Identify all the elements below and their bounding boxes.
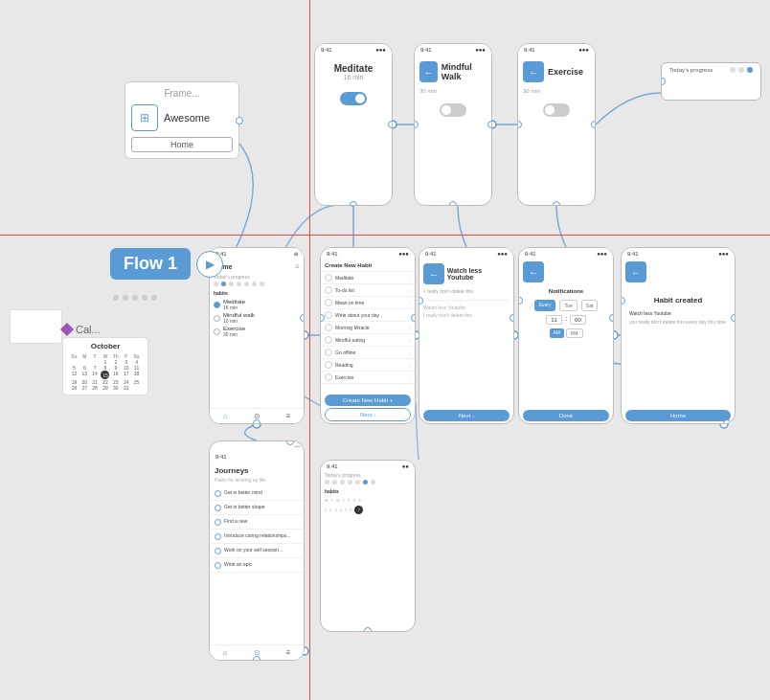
calendar-widget: Cal... October SuMT WThFSa 1234 56789101…	[62, 324, 148, 395]
meditate-time: 16 min	[315, 74, 392, 80]
habits-section-label: habits	[210, 288, 304, 298]
status-bar-journeys: 9:41	[210, 451, 304, 463]
watch-yt-back-button[interactable]: ←	[423, 263, 444, 284]
crosshair-vertical	[309, 0, 310, 700]
flow-dot-3	[132, 295, 138, 301]
nav-settings-icon-j[interactable]: ≡	[286, 648, 291, 657]
iphone-exercise: iPhone 1... 9:41●●● ← Exercise 30 min	[517, 43, 596, 206]
journey-item-3[interactable]: Find a new	[210, 515, 304, 530]
home-button-habit-created[interactable]: Home	[625, 410, 731, 421]
am-button[interactable]: AM	[550, 328, 565, 338]
journey-item-2[interactable]: Get in better shape	[210, 501, 304, 515]
list-item-eating[interactable]: Mindful eating ›	[321, 334, 415, 347]
journeys-subtitle: Paths for leveling up life	[210, 477, 304, 486]
status-bar-watch-yt: 9:41●●●	[419, 248, 513, 260]
settings-tue-btn[interactable]: Tue	[559, 300, 577, 311]
habit-circle-walk	[214, 315, 220, 322]
prog-dot-3	[229, 282, 234, 286]
habits-list-right-dot	[411, 314, 416, 322]
meditate-toggle[interactable]	[340, 92, 367, 105]
crosshair-horizontal	[0, 235, 770, 236]
walk-title: Mindful Walk	[442, 62, 487, 81]
nav-home-icon-j[interactable]: ⌂	[223, 648, 228, 657]
status-bar-walk: 9:41●●●	[415, 44, 491, 56]
calendar-month: October	[69, 342, 142, 350]
iphone-journeys: iPhone 1... ••• 9:41 Journeys Paths for …	[209, 440, 305, 661]
nav-settings-icon[interactable]: ≡	[286, 412, 291, 420]
iphone-walk: iPhone 1... 9:41●●● ← Mindful Walk 30 mi…	[414, 43, 492, 206]
empty-card	[10, 309, 62, 344]
iphone-watch-yt: iPhone 1... 9:41●●● ← Watch less Youtube…	[419, 247, 514, 424]
settings-sat-btn[interactable]: Sat	[581, 300, 599, 311]
calendar-label: Cal...	[76, 324, 101, 335]
journey-item-4[interactable]: Introduce caring relationships...	[210, 530, 304, 544]
exercise-right-dot	[591, 121, 596, 128]
settings-back-button[interactable]: ←	[523, 261, 544, 282]
list-item-reading[interactable]: Reading ›	[321, 359, 415, 372]
iphone-habit-created: iPhone 1... 9:41●●● ← Habit created Watc…	[621, 247, 736, 424]
iphone-meditate: iPhone 1... 9:41●●● Meditate 16 min	[314, 43, 393, 206]
iphone-settings: iPhone 1... 9:41●●● ← Notifications Ever…	[518, 247, 614, 424]
time-hours[interactable]: 11	[546, 315, 562, 325]
exercise-back-button[interactable]: ←	[523, 61, 544, 82]
list-item-exercise[interactable]: Exercise ›	[321, 372, 415, 384]
walk-back-button[interactable]: ←	[419, 61, 438, 82]
prog-dot-1	[214, 282, 218, 286]
habit-created-detail: you really don't delete this every day t…	[622, 318, 735, 326]
calendar-icon	[60, 323, 74, 336]
frame-connect-dot	[236, 117, 243, 124]
list-item-meditate[interactable]: Meditate ›	[321, 272, 415, 284]
settings-title: Notifications	[519, 284, 613, 298]
habit-created-back-button[interactable]: ←	[625, 261, 646, 282]
flow-dot-2	[123, 295, 128, 301]
walk-right-dot	[487, 121, 492, 128]
exercise-title: Exercise	[548, 67, 583, 77]
bottom-home-dots	[321, 478, 415, 486]
time-minutes[interactable]: 00	[570, 315, 586, 325]
create-new-habit-header: Create New Habit	[321, 260, 415, 272]
frame-icon: ⊞	[131, 104, 158, 131]
calendar-box[interactable]: October SuMT WThFSa 1234 567891011 12131…	[62, 337, 148, 395]
prog-dot-7	[260, 282, 264, 286]
exercise-left-dot	[517, 121, 522, 128]
create-new-habit-button[interactable]: Create New Habit +	[325, 395, 411, 406]
habit-row-exercise: Exercise 30 min	[210, 325, 304, 338]
journeys-title: Journeys	[210, 463, 304, 477]
flow-badge: Flow 1 ▶	[110, 248, 223, 280]
exercise-toggle[interactable]	[543, 103, 570, 117]
habit-created-subtitle: Watch less Youtube	[622, 308, 735, 318]
prog-dot-4	[237, 282, 241, 286]
nav-home-icon[interactable]: ⌂	[223, 412, 228, 420]
journey-item-5[interactable]: Work on your self session...	[210, 544, 304, 558]
habit-row-meditate: Meditate 16 min	[210, 298, 304, 311]
done-button-settings[interactable]: Done	[523, 410, 609, 421]
habit-created-bottom-dot	[723, 419, 731, 424]
progress-tr-left-dot	[661, 78, 666, 85]
list-item-todo[interactable]: To-do list ›	[321, 284, 415, 297]
list-item-mean[interactable]: Mean on time ›	[321, 297, 415, 309]
settings-every-btn[interactable]: Every	[534, 300, 556, 311]
status-bar-settings: 9:41●●●	[519, 248, 613, 260]
watch-yt-field2: I really don't delete this	[423, 311, 510, 319]
today-num: 7	[354, 506, 363, 514]
settings-time-row: 11 : 00	[519, 313, 613, 327]
flow-play-button[interactable]: ▶	[196, 251, 223, 278]
exercise-bottom-dot	[553, 201, 560, 206]
habit-circle-exercise	[214, 328, 220, 335]
next-button-habits[interactable]: Next ›	[325, 408, 411, 421]
home-menu-icon: ≡	[295, 262, 300, 271]
status-bar-bottom-home: 9:41●●	[321, 461, 415, 472]
home-right-dot	[300, 314, 305, 322]
watch-yt-right-dot	[510, 314, 514, 322]
list-item-offline[interactable]: Go offline ›	[321, 347, 415, 359]
calendar-grid: SuMT WThFSa 1234 567891011 1213141516171…	[69, 353, 142, 391]
journey-item-6[interactable]: Write an epic	[210, 558, 304, 573]
pm-button[interactable]: PM	[566, 328, 583, 338]
walk-toggle[interactable]	[440, 103, 466, 117]
list-item-morning[interactable]: Morning Miracle ›	[321, 322, 415, 334]
list-item-write[interactable]: Write about your day ›	[321, 309, 415, 322]
frame-card: Frame... ⊞ Awesome Home	[125, 81, 239, 159]
next-button-watch-yt[interactable]: Next ›	[423, 410, 510, 421]
journey-item-1[interactable]: Get in better mind	[210, 486, 304, 501]
frame-home-button[interactable]: Home	[131, 137, 233, 152]
